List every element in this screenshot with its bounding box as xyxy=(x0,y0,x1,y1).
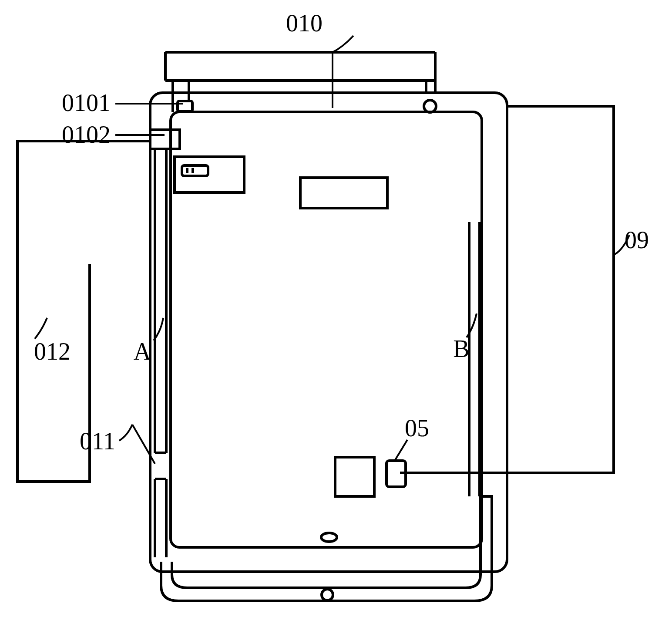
label-012: 012 xyxy=(34,338,71,365)
inner-top-detail xyxy=(175,157,244,192)
label-0102: 0102 xyxy=(62,121,111,148)
label-05: 05 xyxy=(405,415,429,442)
part-0101 xyxy=(178,101,192,111)
part-0102 xyxy=(150,130,180,149)
parts-05: 05 xyxy=(335,415,429,496)
bar-B xyxy=(469,222,480,496)
svg-line-19 xyxy=(132,425,155,464)
center-top-rect xyxy=(300,178,387,208)
label-010: 010 xyxy=(286,10,323,37)
hole-inner-bottom xyxy=(321,533,337,542)
bar-A xyxy=(155,150,166,557)
label-011-group: 011 xyxy=(80,425,155,464)
svg-point-24 xyxy=(322,589,333,600)
svg-rect-22 xyxy=(335,457,374,496)
label-0101: 0101 xyxy=(62,89,111,116)
label-011: 011 xyxy=(80,428,115,455)
patent-figure: 010 0101 0102 A xyxy=(0,0,672,627)
label-A-group: A xyxy=(134,318,163,365)
label-A: A xyxy=(134,338,151,365)
top-bar xyxy=(165,52,435,81)
hole-tr xyxy=(424,100,436,112)
label-B-group: B xyxy=(453,314,477,362)
label-B: B xyxy=(453,335,469,362)
leader-010-curve xyxy=(333,36,353,52)
label-09: 09 xyxy=(625,226,649,253)
path-09: 09 xyxy=(400,106,649,473)
